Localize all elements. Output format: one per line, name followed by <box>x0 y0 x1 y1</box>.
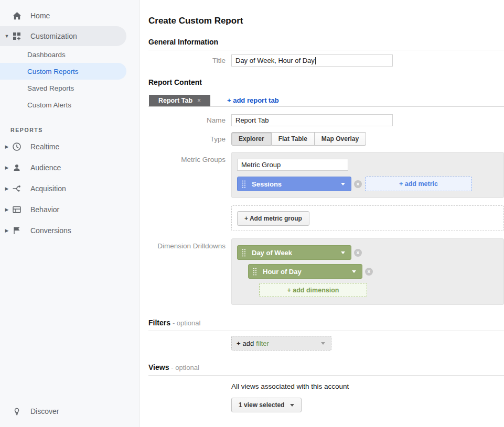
report-content-heading: Report Content <box>148 78 504 86</box>
type-explorer-button[interactable]: Explorer <box>231 132 272 146</box>
remove-dimension-icon[interactable]: × <box>365 268 373 276</box>
main-content: Create Custom Report General Information… <box>140 0 504 427</box>
sidebar-item-label: Conversions <box>30 226 71 235</box>
metric-pill-label: Sessions <box>250 180 341 188</box>
text-cursor <box>315 57 316 64</box>
add-filter-keyword: filter <box>256 340 269 347</box>
person-icon <box>12 162 22 173</box>
sidebar-item-label: Behavior <box>30 205 59 214</box>
view-selector-dropdown[interactable]: 1 view selected <box>231 398 302 412</box>
add-metric-button[interactable]: + add metric <box>365 177 472 191</box>
type-flat-table-button[interactable]: Flat Table <box>272 132 315 146</box>
sidebar-item-custom-reports[interactable]: Custom Reports <box>0 63 126 80</box>
sidebar-item-custom-alerts[interactable]: Custom Alerts <box>0 96 139 113</box>
sidebar-item-realtime[interactable]: ▶ Realtime <box>0 136 139 157</box>
chevron-right-icon[interactable]: ▶ <box>3 165 11 170</box>
window-icon <box>12 204 22 215</box>
chevron-down-icon <box>290 404 294 409</box>
report-tab-label: Report Tab <box>158 97 192 104</box>
dimension-pill-label: Day of Week <box>250 249 341 257</box>
title-input-value: Day of Week, Hour of Day <box>235 57 315 64</box>
views-optional-text: - optional <box>171 364 199 371</box>
sidebar-item-discover[interactable]: Discover <box>0 401 139 422</box>
filters-heading-text: Filters <box>148 319 170 327</box>
dimension-drilldowns-label: Dimension Drilldowns <box>148 242 226 250</box>
chevron-right-icon[interactable]: ▶ <box>3 186 11 191</box>
chevron-down-icon <box>321 342 325 347</box>
reports-section-heading: REPORTS <box>10 127 139 133</box>
dimension-pill-hour-of-day[interactable]: Hour of Day <box>248 264 362 279</box>
chevron-down-icon[interactable] <box>352 270 356 275</box>
drag-handle-icon[interactable] <box>238 248 250 257</box>
sidebar-item-saved-reports[interactable]: Saved Reports <box>0 80 139 96</box>
sidebar-item-customization[interactable]: ▼ Customization <box>0 26 126 46</box>
lightbulb-icon <box>12 406 22 417</box>
add-metric-group-button[interactable]: + Add metric group <box>237 211 309 226</box>
sidebar-item-behavior[interactable]: ▶ Behavior <box>0 199 139 220</box>
report-tab-strip: Report Tab × + add report tab <box>148 95 504 107</box>
sidebar-item-label: Acquisition <box>30 184 66 193</box>
views-heading-text: Views <box>148 363 169 371</box>
chevron-down-icon[interactable] <box>341 251 345 256</box>
metric-groups-label: Metric Groups <box>148 156 226 163</box>
close-icon[interactable]: × <box>197 97 201 104</box>
sidebar-item-label: Discover <box>30 407 59 415</box>
app-window: Home ▼ Customization Dashboards Custom R… <box>0 0 504 427</box>
name-input[interactable] <box>231 114 393 126</box>
plus-icon: + <box>237 340 241 347</box>
sidebar-item-dashboards[interactable]: Dashboards <box>0 46 139 63</box>
type-label: Type <box>148 135 226 143</box>
chevron-right-icon[interactable]: ▶ <box>3 144 11 149</box>
sidebar-item-label: Audience <box>30 163 61 172</box>
clock-icon <box>12 141 22 152</box>
remove-dimension-icon[interactable]: × <box>354 249 362 257</box>
remove-metric-icon[interactable]: × <box>354 180 362 188</box>
views-description: All views associated with this account <box>231 382 504 390</box>
sidebar-item-label: Customization <box>30 32 77 40</box>
sidebar-item-label: Realtime <box>30 143 59 151</box>
dimension-drilldowns-panel: Day of Week × Hour of Day × + add <box>231 238 504 305</box>
home-icon <box>12 10 22 21</box>
chevron-right-icon[interactable]: ▶ <box>3 207 11 212</box>
filters-heading: Filters - optional <box>148 319 504 331</box>
type-segmented-control: Explorer Flat Table Map Overlay <box>231 132 366 146</box>
customization-subnav: Dashboards Custom Reports Saved Reports … <box>0 46 139 113</box>
views-heading: Views - optional <box>148 363 504 376</box>
title-input[interactable]: Day of Week, Hour of Day <box>231 54 393 67</box>
general-information-heading: General Information <box>148 38 504 50</box>
metric-group-panel: Sessions × + add metric <box>231 152 504 198</box>
drag-handle-icon[interactable] <box>238 180 250 188</box>
title-label: Title <box>148 57 226 64</box>
chevron-down-icon[interactable] <box>341 183 345 188</box>
metric-pill-sessions[interactable]: Sessions <box>237 177 351 191</box>
name-label: Name <box>148 116 226 124</box>
dimension-pill-label: Hour of Day <box>261 268 352 276</box>
page-title: Create Custom Report <box>148 16 504 26</box>
add-report-tab-link[interactable]: + add report tab <box>227 96 279 104</box>
view-selector-value: 1 view selected <box>239 401 284 409</box>
report-tab[interactable]: Report Tab × <box>149 95 210 106</box>
sidebar-item-conversions[interactable]: ▶ Conversions <box>0 220 139 241</box>
drag-handle-icon[interactable] <box>249 267 261 276</box>
sidebar-item-home[interactable]: Home <box>0 5 139 26</box>
add-filter-word: add <box>243 340 254 347</box>
sidebar-item-audience[interactable]: ▶ Audience <box>0 157 139 178</box>
add-metric-group-dropzone: + Add metric group <box>231 205 504 231</box>
chevron-down-icon[interactable]: ▼ <box>3 34 11 39</box>
type-map-overlay-button[interactable]: Map Overlay <box>315 132 366 146</box>
customization-icon <box>12 31 22 41</box>
add-dimension-button[interactable]: + add dimension <box>259 283 367 297</box>
metric-group-name-input[interactable] <box>237 159 348 171</box>
chevron-right-icon[interactable]: ▶ <box>3 228 11 233</box>
add-filter-button[interactable]: + add filter <box>231 336 331 351</box>
filters-optional-text: - optional <box>173 319 200 327</box>
sidebar-item-acquisition[interactable]: ▶ Acquisition <box>0 178 139 199</box>
sidebar-item-label: Home <box>30 12 50 20</box>
sidebar: Home ▼ Customization Dashboards Custom R… <box>0 0 140 427</box>
flag-icon <box>12 225 22 236</box>
dimension-pill-day-of-week[interactable]: Day of Week <box>237 245 351 260</box>
acquisition-icon <box>12 183 22 194</box>
